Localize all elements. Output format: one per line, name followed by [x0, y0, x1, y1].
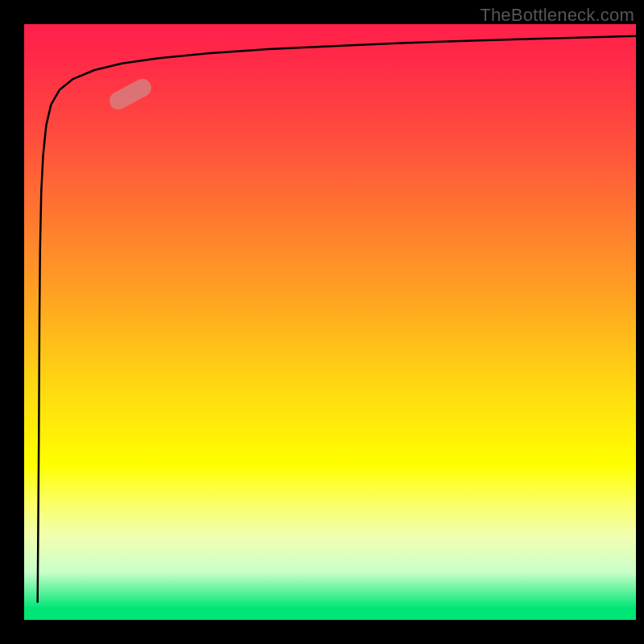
plot-area	[24, 24, 636, 620]
watermark-label: TheBottleneck.com	[480, 5, 634, 26]
bottleneck-curve	[24, 24, 636, 620]
